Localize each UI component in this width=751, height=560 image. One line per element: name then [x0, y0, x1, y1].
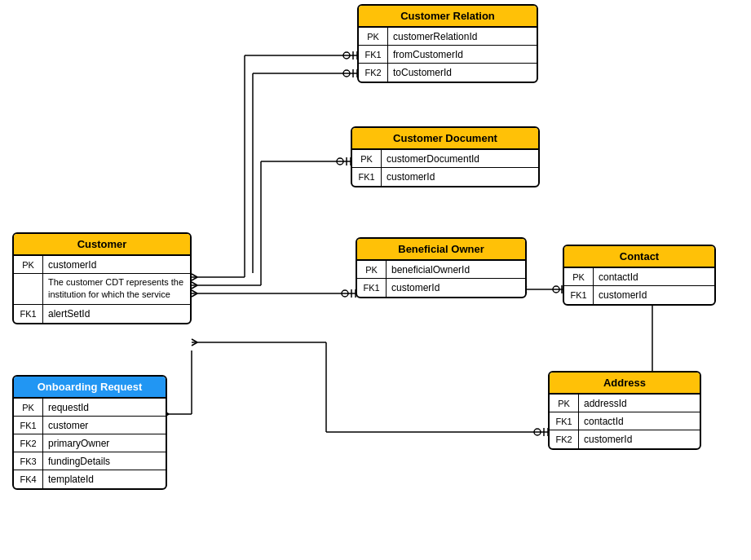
- table-row: FK2 primaryOwner: [14, 434, 166, 452]
- key-label: PK: [550, 395, 579, 412]
- table-row: FK1 fromCustomerId: [359, 46, 537, 64]
- table-row: PK addressId: [550, 395, 700, 412]
- field-value: fromCustomerId: [388, 46, 468, 63]
- key-label: FK2: [550, 430, 579, 448]
- svg-point-21: [337, 158, 343, 165]
- field-value: contactId: [579, 412, 629, 430]
- table-row: The customer CDT represents the institut…: [14, 274, 190, 305]
- svg-line-18: [192, 285, 197, 289]
- table-row: FK1 customerId: [564, 286, 714, 304]
- key-label: FK2: [14, 434, 43, 452]
- entity-beneficial-owner: Beneficial Owner PK beneficialOwnerId FK…: [356, 237, 527, 298]
- svg-point-47: [534, 429, 541, 435]
- field-value: customerDocumentId: [382, 150, 484, 167]
- key-label: [14, 274, 43, 304]
- svg-line-4: [192, 277, 197, 280]
- key-label: FK2: [359, 64, 388, 82]
- field-value: primaryOwner: [43, 434, 114, 452]
- entity-customer-relation: Customer Relation PK customerRelationId …: [357, 4, 538, 83]
- svg-line-23: [192, 290, 197, 293]
- svg-line-17: [192, 282, 197, 285]
- table-row: FK1 contactId: [550, 412, 700, 430]
- svg-line-24: [192, 293, 197, 297]
- entity-address-header: Address: [550, 373, 700, 395]
- key-label: FK3: [14, 452, 43, 470]
- table-row: FK2 customerId: [550, 430, 700, 448]
- table-row: FK1 alertSetId: [14, 305, 190, 323]
- table-row: FK2 toCustomerId: [359, 64, 537, 82]
- entity-contact-header: Contact: [564, 246, 714, 268]
- key-label: FK1: [359, 46, 388, 63]
- table-row: PK customerId: [14, 256, 190, 274]
- table-row: FK3 fundingDetails: [14, 452, 166, 470]
- key-label: PK: [14, 256, 43, 273]
- key-label: PK: [359, 28, 388, 45]
- entity-customer: Customer PK customerId The customer CDT …: [12, 232, 192, 324]
- diagram-container: Customer Relation PK customerRelationId …: [0, 0, 751, 560]
- key-label: FK1: [14, 417, 43, 434]
- key-label: FK1: [14, 305, 43, 323]
- entity-customer-header: Customer: [14, 234, 190, 256]
- svg-point-27: [342, 290, 348, 297]
- field-description: The customer CDT represents the institut…: [43, 274, 190, 304]
- field-value: templateId: [43, 470, 99, 488]
- entity-customer-document: Customer Document PK customerDocumentId …: [351, 126, 540, 187]
- field-value: customer: [43, 417, 93, 434]
- key-label: FK1: [352, 168, 382, 186]
- entity-onboarding-request: Onboarding Request PK requestId FK1 cust…: [12, 375, 167, 490]
- field-value: requestId: [43, 399, 94, 416]
- field-value: toCustomerId: [388, 64, 457, 82]
- field-value: contactId: [594, 268, 643, 285]
- svg-line-3: [192, 274, 197, 277]
- table-row: PK requestId: [14, 399, 166, 417]
- field-value: customerRelationId: [388, 28, 482, 45]
- entity-onboarding-request-header: Onboarding Request: [14, 377, 166, 399]
- table-row: PK customerRelationId: [359, 28, 537, 46]
- field-value: customerId: [382, 168, 440, 186]
- entity-customer-relation-header: Customer Relation: [359, 6, 537, 28]
- key-label: FK1: [357, 279, 387, 297]
- field-value: fundingDetails: [43, 452, 115, 470]
- svg-line-44: [192, 342, 197, 346]
- table-row: FK1 customer: [14, 417, 166, 434]
- table-row: FK4 templateId: [14, 470, 166, 488]
- field-value: alertSetId: [43, 305, 95, 323]
- table-row: FK1 customerId: [357, 279, 525, 297]
- svg-point-13: [343, 70, 350, 77]
- table-row: PK contactId: [564, 268, 714, 286]
- field-value: beneficialOwnerId: [387, 261, 475, 278]
- field-value: addressId: [579, 395, 632, 412]
- table-row: PK beneficialOwnerId: [357, 261, 525, 279]
- svg-line-43: [192, 339, 197, 342]
- table-row: PK customerDocumentId: [352, 150, 538, 168]
- field-value: customerId: [594, 286, 652, 304]
- key-label: PK: [14, 399, 43, 416]
- field-value: customerId: [579, 430, 637, 448]
- key-label: PK: [352, 150, 382, 167]
- svg-point-29: [553, 286, 559, 293]
- key-label: FK4: [14, 470, 43, 488]
- key-label: PK: [564, 268, 594, 285]
- table-row: FK1 customerId: [352, 168, 538, 186]
- field-value: customerId: [387, 279, 444, 297]
- key-label: PK: [357, 261, 387, 278]
- key-label: FK1: [550, 412, 579, 430]
- field-value: customerId: [43, 256, 101, 273]
- entity-beneficial-owner-header: Beneficial Owner: [357, 239, 525, 261]
- key-label: FK1: [564, 286, 594, 304]
- svg-point-8: [343, 52, 350, 59]
- entity-contact: Contact PK contactId FK1 customerId: [563, 245, 716, 306]
- entity-customer-document-header: Customer Document: [352, 128, 538, 150]
- entity-address: Address PK addressId FK1 contactId FK2 c…: [548, 371, 701, 450]
